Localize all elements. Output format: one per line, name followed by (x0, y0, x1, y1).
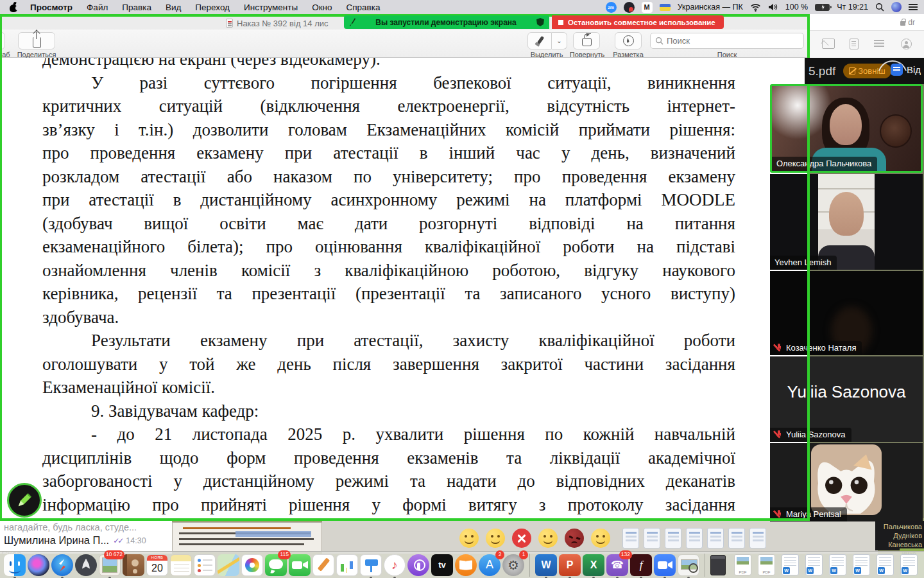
video-shelf (818, 188, 875, 189)
annotate-pencil-button[interactable] (7, 483, 42, 518)
m-app-status-icon[interactable]: M (642, 2, 653, 13)
highlighter-icon (535, 36, 545, 46)
file-icon (728, 528, 745, 548)
dock-podcasts[interactable] (407, 554, 429, 576)
dock-word-document[interactable]: W (829, 554, 851, 576)
clock-label[interactable]: Чт 19:21 (837, 3, 868, 12)
list-icon[interactable] (873, 39, 886, 49)
dock-preview[interactable] (678, 554, 699, 576)
menu-tools[interactable]: Инструменты (237, 3, 305, 12)
pdf-file-icon: PDF (758, 554, 775, 575)
dock-word-document[interactable]: W (900, 554, 922, 576)
stop-share-button[interactable]: Остановить совместное использование (552, 15, 724, 29)
read-checkmarks-icon: ✓✓ (113, 536, 122, 545)
menu-view[interactable]: Вид (158, 3, 188, 12)
account-icon[interactable] (901, 39, 912, 49)
highlight-dropdown-button[interactable]: ⌄ (552, 32, 567, 49)
page-icon[interactable] (850, 39, 859, 49)
minimized-window-icon (710, 555, 726, 575)
wifi-icon[interactable] (750, 3, 761, 12)
dock-photos[interactable] (241, 554, 263, 576)
doc-line: розкладом атестації або наказом по уніве… (42, 165, 735, 189)
volume-icon[interactable] (768, 3, 778, 11)
dock-books[interactable] (455, 554, 477, 576)
menu-file[interactable]: Файл (80, 3, 115, 12)
dock-keynote[interactable] (360, 554, 382, 576)
file-icon (665, 528, 681, 548)
spotlight-icon[interactable] (875, 3, 884, 12)
doc-line: 9. Завідувачам кафедр: (42, 399, 735, 423)
word-badge: W (783, 567, 790, 574)
participant-tile[interactable]: Козаченко Наталя (770, 271, 923, 355)
share-button[interactable] (18, 32, 55, 49)
zoom-status-icon[interactable]: zm (606, 2, 617, 13)
dock-tv[interactable]: tv (431, 554, 453, 576)
dock-pdf-file[interactable]: PDF (758, 554, 780, 576)
menu-app-name[interactable]: Просмотр (23, 3, 80, 12)
share-border-right (807, 14, 810, 521)
dock-numbers[interactable] (336, 554, 358, 576)
dock-facetime[interactable] (289, 554, 311, 576)
participant-name: Олександра Пальчикова (776, 159, 871, 168)
dock-messages[interactable]: 115 (265, 554, 287, 576)
dock-word-document[interactable]: W (782, 554, 803, 576)
dock-siri[interactable] (28, 554, 49, 576)
dock-finder[interactable] (4, 554, 26, 576)
chat-window-sliver[interactable]: нагадайте, будь ласка, студе... Шумилина… (0, 521, 172, 554)
dock-word[interactable]: W (535, 554, 557, 576)
participant-tile-active[interactable]: Олександра Пальчикова (770, 84, 923, 173)
annotation-icon[interactable] (349, 18, 355, 26)
keyboard-layout-label[interactable]: Украинская — ПК (678, 3, 743, 12)
ukraine-flag-icon[interactable] (660, 4, 671, 11)
reply-chip[interactable]: Від (891, 64, 921, 76)
dock-excel[interactable]: X (583, 554, 604, 576)
dock-pdf-file[interactable]: PDF (734, 554, 756, 576)
control-center-icon[interactable] (891, 2, 902, 12)
dock-powerpoint[interactable]: P (559, 554, 581, 576)
apple-menu-icon[interactable] (9, 3, 18, 12)
menu-window[interactable]: Окно (305, 3, 339, 12)
dock-launchpad[interactable] (75, 554, 97, 576)
dock-notes[interactable] (170, 554, 192, 576)
menu-go[interactable]: Переход (188, 3, 237, 12)
rotate-button[interactable] (573, 32, 600, 49)
dock-zoom[interactable] (654, 554, 676, 576)
search-field[interactable] (650, 33, 804, 49)
participant-name: Yuliia Sazonova (786, 430, 846, 439)
participant-tile[interactable]: Yuliia Sazonova Yuliia Sazonova (770, 356, 923, 442)
dock-calendar[interactable]: НОЯБ 20 (146, 554, 168, 576)
doc-line: про проведення екзамену при атестації в … (42, 141, 735, 165)
dock-word-document[interactable]: W (877, 554, 898, 576)
notification-list-icon[interactable] (909, 4, 918, 10)
dock-music[interactable]: ♪ (384, 554, 406, 576)
dock-flash[interactable]: f (630, 554, 652, 576)
viber-status-icon[interactable] (624, 2, 635, 13)
dock-mail[interactable]: 10 672 (99, 554, 121, 576)
participant-tile[interactable]: Yevhen Lemish (770, 174, 923, 270)
doc-line: (здобувач вищої освіти має дати розгорну… (42, 212, 735, 236)
dock-word-document[interactable]: W (805, 554, 827, 576)
dock-appstore[interactable]: A2 (479, 554, 501, 576)
dock-pages[interactable] (312, 554, 334, 576)
highlight-button[interactable] (527, 32, 552, 49)
menu-edit[interactable]: Правка (115, 3, 158, 12)
dock-minimized-window[interactable] (710, 554, 732, 576)
menu-help[interactable]: Справка (339, 3, 388, 12)
mail-icon[interactable] (822, 39, 835, 49)
dock-word-document[interactable]: W (853, 554, 875, 576)
markup-button[interactable] (615, 32, 642, 49)
dock-safari[interactable] (51, 554, 73, 576)
participant-name-label: Олександра Пальчикова (772, 157, 877, 171)
dock-reminders[interactable] (194, 554, 216, 576)
video-background-object (880, 114, 912, 148)
dock-settings[interactable]: ⚙1 (502, 554, 524, 576)
participant-tile[interactable]: Mariya Pentsal (770, 443, 923, 521)
dock-viber[interactable]: ☎132 (606, 554, 628, 576)
pdf-document-page[interactable]: демонстрацією на екрані (через відеокаме… (0, 58, 807, 518)
search-input[interactable] (667, 36, 782, 46)
dock-maps[interactable] (218, 554, 239, 576)
rotate-icon (582, 38, 592, 46)
photos-icon (241, 554, 263, 576)
dock-contacts[interactable] (123, 554, 144, 576)
flash-icon: f (630, 554, 652, 576)
